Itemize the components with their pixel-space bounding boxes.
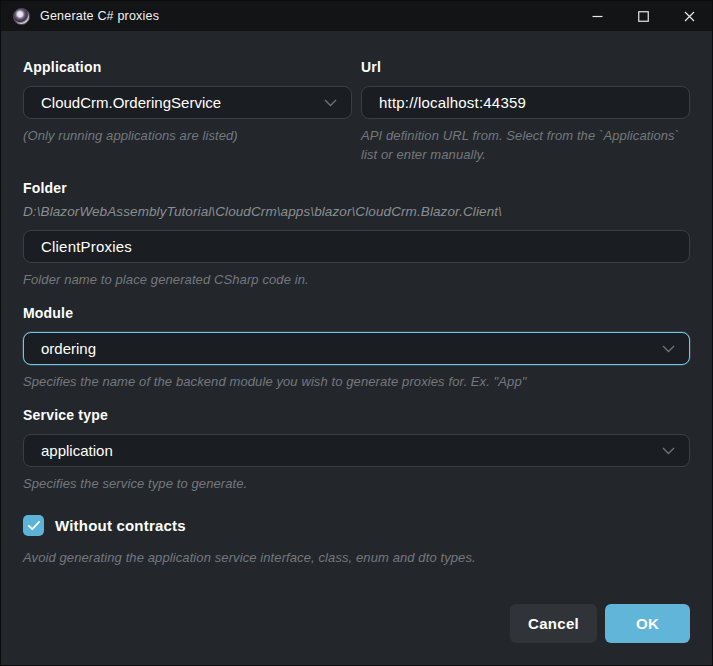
application-selected-value: CloudCrm.OrderingService (41, 94, 221, 111)
chevron-down-icon (662, 345, 675, 353)
url-label: Url (361, 57, 690, 78)
window-controls (574, 1, 712, 31)
url-input[interactable] (361, 86, 690, 119)
without-contracts-checkbox[interactable] (23, 515, 44, 536)
application-group: Application CloudCrm.OrderingService (On… (23, 57, 352, 164)
without-contracts-helper: Avoid generating the application service… (23, 548, 690, 567)
application-label: Application (23, 57, 352, 78)
close-icon (684, 11, 695, 22)
abp-logo-icon (13, 8, 30, 25)
checkmark-icon (28, 521, 40, 531)
folder-path: D:\BlazorWebAssemblyTutorial\CloudCrm\ap… (23, 202, 690, 221)
application-url-row: Application CloudCrm.OrderingService (On… (23, 57, 690, 164)
cancel-button[interactable]: Cancel (510, 604, 597, 643)
url-helper: API definition URL from. Select from the… (361, 126, 690, 164)
service-type-group: Service type application Specifies the s… (23, 405, 690, 493)
module-label: Module (23, 303, 690, 324)
service-type-select[interactable]: application (23, 434, 690, 467)
generate-proxies-dialog: Generate C# proxies Application CloudCrm… (0, 0, 713, 666)
service-type-selected-value: application (41, 442, 113, 459)
module-selected-value: ordering (41, 340, 96, 357)
chevron-down-icon (324, 99, 337, 107)
chevron-down-icon (662, 447, 675, 455)
dialog-content: Application CloudCrm.OrderingService (On… (1, 31, 712, 665)
module-select[interactable]: ordering (23, 332, 690, 365)
application-select[interactable]: CloudCrm.OrderingService (23, 86, 352, 119)
window-title: Generate C# proxies (40, 9, 159, 23)
service-type-label: Service type (23, 405, 690, 426)
dialog-footer: Cancel OK (23, 604, 690, 643)
folder-helper: Folder name to place generated CSharp co… (23, 270, 690, 289)
ok-button[interactable]: OK (605, 604, 690, 643)
close-button[interactable] (666, 1, 712, 31)
folder-input[interactable] (23, 230, 690, 263)
module-group: Module ordering Specifies the name of th… (23, 303, 690, 391)
service-type-helper: Specifies the service type to generate. (23, 474, 690, 493)
folder-label: Folder (23, 178, 690, 199)
url-group: Url API definition URL from. Select from… (361, 57, 690, 164)
minimize-button[interactable] (574, 1, 620, 31)
application-helper: (Only running applications are listed) (23, 126, 352, 145)
maximize-icon (638, 11, 649, 22)
without-contracts-group: Without contracts Avoid generating the a… (23, 515, 690, 567)
folder-group: Folder D:\BlazorWebAssemblyTutorial\Clou… (23, 178, 690, 289)
title-bar[interactable]: Generate C# proxies (1, 1, 712, 31)
module-helper: Specifies the name of the backend module… (23, 372, 690, 391)
without-contracts-row[interactable]: Without contracts (23, 515, 690, 536)
without-contracts-label: Without contracts (55, 517, 186, 534)
maximize-button[interactable] (620, 1, 666, 31)
minimize-icon (592, 11, 603, 22)
